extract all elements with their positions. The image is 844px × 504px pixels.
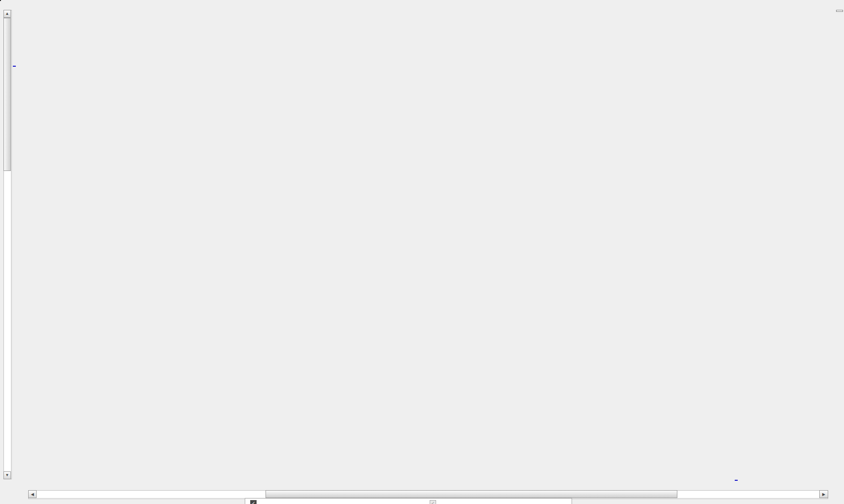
spl-colorbar: [0, 0, 1, 1]
scroll-left-button[interactable]: ◀: [28, 490, 37, 498]
trace-legend-bar: ✓ ✓: [245, 498, 572, 504]
scroll-right-button[interactable]: ▶: [819, 490, 828, 498]
freq-cursor-readout: [735, 480, 738, 481]
trace-visible-checkbox[interactable]: ✓: [250, 500, 257, 504]
scroll-up-button[interactable]: ▲: [3, 10, 11, 18]
waterfall-plot[interactable]: [0, 0, 844, 504]
waterfall-window: ▲ ▼ ◀ ▶ ✓ ✓: [0, 0, 844, 504]
vertical-scroll-thumb[interactable]: [3, 18, 11, 171]
horizontal-scroll-thumb[interactable]: [266, 490, 677, 498]
scroll-down-button[interactable]: ▼: [3, 471, 11, 479]
vertical-scrollbar[interactable]: ▲ ▼: [3, 10, 12, 479]
measurement-info-box: [836, 10, 843, 12]
smoothing-checkbox[interactable]: ✓: [430, 500, 436, 504]
spl-cursor-readout: [13, 66, 16, 67]
